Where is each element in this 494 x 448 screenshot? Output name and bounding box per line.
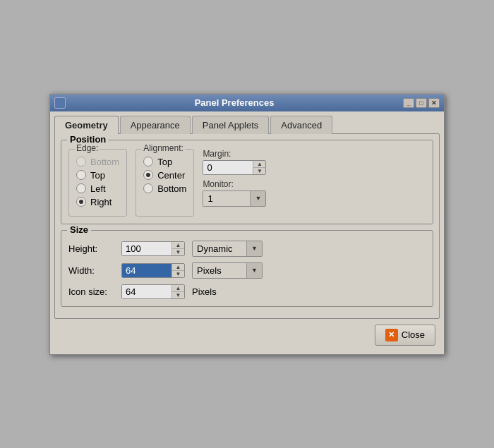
alignment-center-label: Center xyxy=(157,170,185,181)
close-window-button[interactable]: ✕ xyxy=(428,98,440,108)
alignment-group: Alignment: Top Center Bottom xyxy=(135,149,194,217)
width-label: Width: xyxy=(68,265,114,276)
right-controls: Margin: ▲ ▼ Monitor: xyxy=(203,149,280,217)
edge-option-bottom[interactable]: Bottom xyxy=(76,157,119,167)
margin-spin-up[interactable]: ▲ xyxy=(253,161,265,168)
window-body: Geometry Appearance Panel Applets Advanc… xyxy=(50,111,444,354)
height-unit-dropdown[interactable]: Dynamic ▼ xyxy=(192,241,263,257)
margin-spin-down[interactable]: ▼ xyxy=(253,168,265,174)
titlebar-buttons: _ □ ✕ xyxy=(403,98,440,108)
alignment-option-center[interactable]: Center xyxy=(143,170,186,181)
margin-label: Margin: xyxy=(203,149,280,159)
edge-right-label: Right xyxy=(90,197,112,207)
edge-label: Edge: xyxy=(75,143,100,153)
monitor-dropdown-arrow[interactable]: ▼ xyxy=(250,191,265,206)
tab-bar: Geometry Appearance Panel Applets Advanc… xyxy=(54,116,440,134)
width-dropdown-arrow[interactable]: ▼ xyxy=(246,263,262,278)
width-unit-value: Pixels xyxy=(193,263,246,278)
edge-bottom-label: Bottom xyxy=(90,157,119,167)
icon-size-spin-up[interactable]: ▲ xyxy=(172,285,184,292)
alignment-option-bottom[interactable]: Bottom xyxy=(143,183,186,194)
titlebar: Panel Preferences _ □ ✕ xyxy=(50,95,444,111)
edge-radio-left[interactable] xyxy=(76,183,86,193)
minimize-button[interactable]: _ xyxy=(403,98,414,108)
window-title: Panel Preferences xyxy=(66,97,403,108)
close-label: Close xyxy=(402,329,425,340)
alignment-bottom-label: Bottom xyxy=(157,183,186,194)
position-group: Position Edge: Bottom Top xyxy=(61,140,433,224)
width-row: Width: ▲ ▼ Pixels ▼ xyxy=(68,262,426,279)
icon-size-row: Icon size: ▲ ▼ Pixels xyxy=(68,284,426,299)
monitor-value: 1 xyxy=(203,191,250,206)
titlebar-icon xyxy=(54,97,66,109)
close-button[interactable]: ✕ Close xyxy=(375,325,435,346)
margin-input[interactable] xyxy=(203,161,253,174)
footer: ✕ Close xyxy=(54,319,440,350)
edge-left-label: Left xyxy=(90,183,106,194)
height-dropdown-arrow[interactable]: ▼ xyxy=(246,241,262,256)
alignment-top-label: Top xyxy=(157,157,172,167)
width-unit-dropdown[interactable]: Pixels ▼ xyxy=(192,262,263,279)
monitor-label: Monitor: xyxy=(203,179,280,189)
alignment-radio-bottom[interactable] xyxy=(143,183,153,193)
height-row: Height: ▲ ▼ Dynamic ▼ xyxy=(68,241,426,257)
width-spinbox-buttons: ▲ ▼ xyxy=(171,264,184,277)
edge-option-left[interactable]: Left xyxy=(76,183,119,194)
size-group: Size Height: ▲ ▼ Dynamic xyxy=(61,230,433,307)
height-spinbox[interactable]: ▲ ▼ xyxy=(121,241,185,256)
alignment-radio-top[interactable] xyxy=(143,157,153,167)
edge-radio-bottom[interactable] xyxy=(76,157,86,167)
monitor-group: Monitor: 1 ▼ xyxy=(203,179,280,207)
edge-option-right[interactable]: Right xyxy=(76,197,119,207)
margin-group: Margin: ▲ ▼ xyxy=(203,149,280,175)
size-rows: Height: ▲ ▼ Dynamic ▼ xyxy=(68,241,426,299)
titlebar-left xyxy=(54,97,66,109)
height-label: Height: xyxy=(68,243,114,254)
position-inner: Edge: Bottom Top Left xyxy=(68,149,426,217)
icon-size-unit: Pixels xyxy=(192,286,217,297)
edge-radio-top[interactable] xyxy=(76,170,86,180)
icon-size-spinbox[interactable]: ▲ ▼ xyxy=(121,284,185,299)
width-spin-down[interactable]: ▼ xyxy=(172,271,184,277)
icon-size-spinbox-buttons: ▲ ▼ xyxy=(171,285,184,298)
close-icon: ✕ xyxy=(385,329,398,341)
icon-size-spin-down[interactable]: ▼ xyxy=(172,292,184,298)
tab-panel-applets[interactable]: Panel Applets xyxy=(192,116,270,134)
margin-spinbox-buttons: ▲ ▼ xyxy=(253,161,265,174)
height-spinbox-buttons: ▲ ▼ xyxy=(171,242,184,255)
alignment-label: Alignment: xyxy=(142,143,185,153)
tab-advanced[interactable]: Advanced xyxy=(270,116,332,134)
height-unit-value: Dynamic xyxy=(193,241,246,256)
icon-size-label: Icon size: xyxy=(68,286,114,297)
tab-geometry[interactable]: Geometry xyxy=(54,116,119,134)
alignment-option-top[interactable]: Top xyxy=(143,157,186,167)
edge-top-label: Top xyxy=(90,170,105,181)
height-spin-up[interactable]: ▲ xyxy=(172,242,184,249)
width-spinbox[interactable]: ▲ ▼ xyxy=(121,263,185,278)
main-window: Panel Preferences _ □ ✕ Geometry Appeara… xyxy=(49,94,445,355)
maximize-button[interactable]: □ xyxy=(416,98,427,108)
edge-option-top[interactable]: Top xyxy=(76,170,119,181)
width-spin-up[interactable]: ▲ xyxy=(172,264,184,271)
monitor-dropdown[interactable]: 1 ▼ xyxy=(203,190,266,207)
height-spin-down[interactable]: ▼ xyxy=(172,249,184,255)
size-group-label: Size xyxy=(67,224,91,235)
tab-appearance[interactable]: Appearance xyxy=(120,116,191,134)
edge-radio-right[interactable] xyxy=(76,197,86,207)
icon-size-input[interactable] xyxy=(122,285,171,298)
height-input[interactable] xyxy=(122,242,171,255)
tab-content: Position Edge: Bottom Top xyxy=(54,133,440,319)
width-input[interactable] xyxy=(122,264,171,277)
alignment-radio-center[interactable] xyxy=(143,170,153,180)
margin-spinbox[interactable]: ▲ ▼ xyxy=(203,160,266,175)
edge-group: Edge: Bottom Top Left xyxy=(68,149,127,217)
